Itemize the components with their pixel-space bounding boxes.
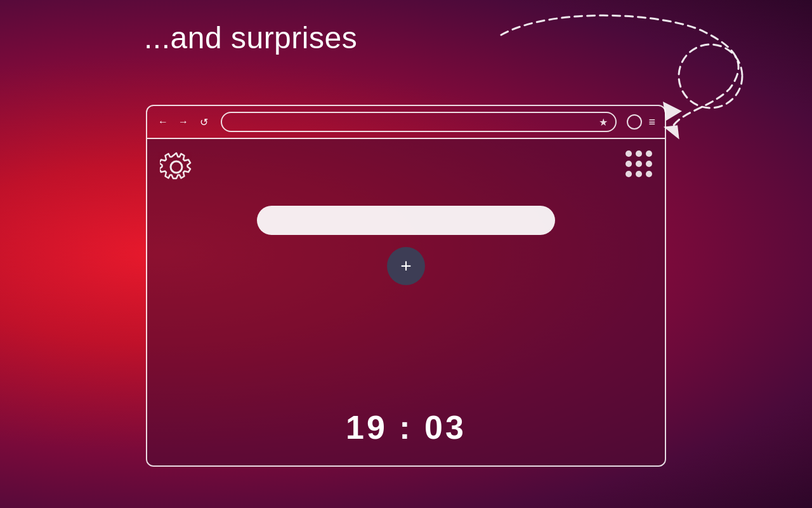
browser-content: + 19 : 03 [147, 139, 665, 465]
refresh-button[interactable]: ↺ [197, 115, 211, 129]
dot-9 [646, 171, 652, 177]
menu-button[interactable]: ≡ [648, 116, 656, 129]
browser-window: ← → ↺ ★ ≡ [146, 105, 666, 467]
dot-7 [625, 171, 632, 177]
timer-display: 19 : 03 [346, 408, 466, 446]
svg-point-3 [171, 161, 182, 173]
browser-toolbar: ← → ↺ ★ ≡ [147, 106, 665, 139]
toolbar-right-controls: ≡ [627, 114, 656, 130]
dot-6 [646, 161, 652, 167]
address-bar[interactable]: ★ [221, 112, 617, 132]
dot-4 [625, 161, 632, 167]
dot-5 [636, 161, 642, 167]
profile-button[interactable] [627, 114, 642, 130]
headline-text: ...and surprises [144, 20, 357, 55]
forward-button[interactable]: → [176, 115, 190, 129]
dot-8 [636, 171, 642, 177]
star-icon: ★ [599, 116, 608, 128]
search-bar[interactable] [257, 206, 555, 235]
svg-point-1 [679, 44, 742, 108]
grid-dots[interactable] [625, 150, 652, 177]
dot-2 [636, 150, 642, 157]
gear-icon [160, 150, 193, 184]
plus-button[interactable]: + [387, 247, 425, 285]
dashed-circle-arrow [672, 38, 749, 114]
dot-1 [625, 150, 632, 157]
dot-3 [646, 150, 652, 157]
back-button[interactable]: ← [156, 115, 170, 129]
